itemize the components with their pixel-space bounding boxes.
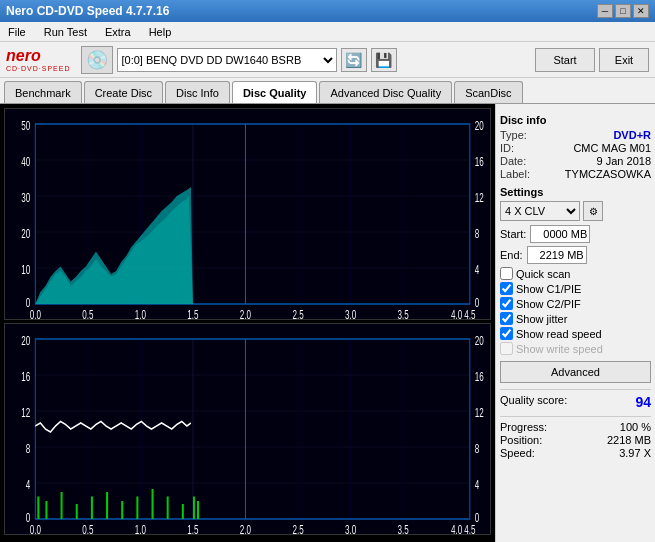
tab-disc-info[interactable]: Disc Info (165, 81, 230, 103)
svg-rect-63 (91, 497, 93, 520)
disc-date-row: Date: 9 Jan 2018 (500, 155, 651, 167)
svg-text:16: 16 (475, 155, 484, 168)
show-write-speed-checkbox (500, 342, 513, 355)
svg-text:0.0: 0.0 (30, 308, 41, 319)
right-panel: Disc info Type: DVD+R ID: CMC MAG M01 Da… (495, 104, 655, 542)
disc-label-label: Label: (500, 168, 530, 180)
svg-rect-69 (182, 504, 184, 519)
speed-value: 3.97 X (619, 447, 651, 459)
quick-scan-checkbox[interactable] (500, 267, 513, 280)
menu-file[interactable]: File (4, 24, 30, 40)
svg-rect-60 (45, 501, 47, 519)
close-button[interactable]: ✕ (633, 4, 649, 18)
svg-text:4: 4 (475, 263, 480, 276)
menu-bar: File Run Test Extra Help (0, 22, 655, 42)
quality-score-row: Quality score: 94 (500, 389, 651, 410)
svg-text:8: 8 (26, 442, 31, 455)
show-read-speed-checkbox[interactable] (500, 327, 513, 340)
position-row: Position: 2218 MB (500, 434, 651, 446)
tab-create-disc[interactable]: Create Disc (84, 81, 163, 103)
menu-help[interactable]: Help (145, 24, 176, 40)
disc-id-label: ID: (500, 142, 514, 154)
svg-text:10: 10 (21, 263, 30, 276)
tab-scan-disc[interactable]: ScanDisc (454, 81, 522, 103)
menu-run-test[interactable]: Run Test (40, 24, 91, 40)
show-read-speed-row: Show read speed (500, 327, 651, 340)
disc-id-value: CMC MAG M01 (573, 142, 651, 154)
svg-text:3.0: 3.0 (345, 523, 356, 534)
svg-text:4: 4 (475, 478, 480, 491)
start-mb-row: Start: (500, 225, 651, 243)
tab-advanced-disc-quality[interactable]: Advanced Disc Quality (319, 81, 452, 103)
svg-rect-70 (193, 497, 195, 520)
disc-type-label: Type: (500, 129, 527, 141)
svg-text:12: 12 (21, 406, 30, 419)
charts-area: 50 40 30 20 10 0 20 16 12 8 4 0 0.0 0.5 … (0, 104, 495, 542)
show-write-speed-label: Show write speed (516, 343, 603, 355)
disc-type-row: Type: DVD+R (500, 129, 651, 141)
svg-text:0: 0 (26, 296, 31, 309)
show-c1pie-row: Show C1/PIE (500, 282, 651, 295)
end-input[interactable] (527, 246, 587, 264)
show-c2pif-checkbox[interactable] (500, 297, 513, 310)
progress-label: Progress: (500, 421, 547, 433)
main-content: 50 40 30 20 10 0 20 16 12 8 4 0 0.0 0.5 … (0, 104, 655, 542)
svg-text:8: 8 (475, 227, 480, 240)
svg-text:0.5: 0.5 (82, 523, 93, 534)
settings-icon[interactable]: ⚙ (583, 201, 603, 221)
refresh-icon[interactable]: 🔄 (341, 48, 367, 72)
start-button[interactable]: Start (535, 48, 595, 72)
svg-text:1.5: 1.5 (187, 523, 198, 534)
maximize-button[interactable]: □ (615, 4, 631, 18)
disc-label-value: TYMCZASOWKA (565, 168, 651, 180)
minimize-button[interactable]: ─ (597, 4, 613, 18)
show-read-speed-label: Show read speed (516, 328, 602, 340)
progress-row: Progress: 100 % (500, 421, 651, 433)
speed-select[interactable]: 4 X CLV 1 X CLV 2 X CLV 8 X CLV Max (500, 201, 580, 221)
drive-select[interactable]: [0:0] BENQ DVD DD DW1640 BSRB (117, 48, 337, 72)
svg-text:50: 50 (21, 119, 30, 132)
window-controls: ─ □ ✕ (597, 4, 649, 18)
tab-benchmark[interactable]: Benchmark (4, 81, 82, 103)
svg-text:2.0: 2.0 (240, 523, 251, 534)
logo: nero CD·DVD·SPEED (6, 47, 71, 72)
quality-score-label: Quality score: (500, 394, 567, 410)
svg-text:4: 4 (26, 478, 31, 491)
position-value: 2218 MB (607, 434, 651, 446)
menu-extra[interactable]: Extra (101, 24, 135, 40)
speed-label: Speed: (500, 447, 535, 459)
svg-text:1.5: 1.5 (187, 308, 198, 319)
tab-bar: Benchmark Create Disc Disc Info Disc Qua… (0, 78, 655, 104)
disc-date-label: Date: (500, 155, 526, 167)
show-write-speed-row: Show write speed (500, 342, 651, 355)
svg-text:3.0: 3.0 (345, 308, 356, 319)
svg-text:4.0: 4.0 (451, 523, 462, 534)
drive-icon: 💿 (81, 46, 113, 74)
advanced-button[interactable]: Advanced (500, 361, 651, 383)
svg-rect-61 (61, 492, 63, 519)
quick-scan-label: Quick scan (516, 268, 570, 280)
svg-text:4.5: 4.5 (464, 308, 475, 319)
tab-disc-quality[interactable]: Disc Quality (232, 81, 318, 103)
logo-sub: CD·DVD·SPEED (6, 65, 71, 72)
app-title: Nero CD-DVD Speed 4.7.7.16 (6, 4, 169, 18)
speed-setting-row: 4 X CLV 1 X CLV 2 X CLV 8 X CLV Max ⚙ (500, 201, 651, 221)
progress-section: Progress: 100 % Position: 2218 MB Speed:… (500, 416, 651, 459)
end-label: End: (500, 249, 523, 261)
svg-text:2.5: 2.5 (292, 523, 303, 534)
save-icon[interactable]: 💾 (371, 48, 397, 72)
disc-label-row: Label: TYMCZASOWKA (500, 168, 651, 180)
show-c1pie-checkbox[interactable] (500, 282, 513, 295)
start-input[interactable] (530, 225, 590, 243)
svg-text:2.0: 2.0 (240, 308, 251, 319)
disc-date-value: 9 Jan 2018 (597, 155, 651, 167)
disc-type-value: DVD+R (613, 129, 651, 141)
show-jitter-checkbox[interactable] (500, 312, 513, 325)
svg-text:0: 0 (26, 511, 31, 524)
svg-text:3.5: 3.5 (397, 523, 408, 534)
position-label: Position: (500, 434, 542, 446)
show-c2pif-label: Show C2/PIF (516, 298, 581, 310)
bottom-chart: 20 16 12 8 4 0 20 16 12 8 4 0 0.0 0.5 1.… (4, 323, 491, 535)
exit-button[interactable]: Exit (599, 48, 649, 72)
svg-text:0: 0 (475, 511, 480, 524)
